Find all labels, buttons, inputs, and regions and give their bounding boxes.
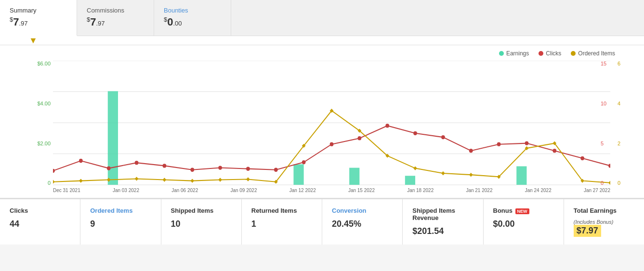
svg-point-28 xyxy=(552,149,556,153)
svg-marker-36 xyxy=(190,179,194,183)
stats-ordered-label: Ordered Items xyxy=(90,207,151,214)
stats-total-sublabel: (Includes Bonus) xyxy=(574,219,634,225)
legend-clicks: Clicks xyxy=(539,50,561,57)
tab-bounties-amount: $0.00 xyxy=(164,16,216,28)
svg-point-21 xyxy=(357,136,361,140)
tab-bounties[interactable]: Bounties $0.00 xyxy=(154,0,231,36)
svg-point-22 xyxy=(385,124,389,128)
svg-point-12 xyxy=(107,167,111,170)
svg-point-24 xyxy=(441,135,445,139)
stats-ordered-items: Ordered Items 9 xyxy=(80,199,161,245)
x-axis-labels: Dec 31 2021 Jan 03 2022 Jan 06 2022 Jan … xyxy=(53,186,610,193)
svg-marker-35 xyxy=(163,178,167,182)
svg-point-15 xyxy=(190,168,194,172)
stats-conversion: Conversion 20.45% xyxy=(322,199,403,245)
svg-marker-34 xyxy=(135,177,139,181)
stats-conversion-label: Conversion xyxy=(332,207,393,214)
chart-container: $6.00 $4.00 $2.00 0 15 10 5 0 6 4 2 0 xyxy=(53,61,610,186)
stats-ordered-value: 9 xyxy=(90,219,151,229)
svg-marker-37 xyxy=(218,178,222,182)
svg-marker-32 xyxy=(79,179,83,183)
svg-rect-9 xyxy=(516,167,526,185)
svg-marker-38 xyxy=(246,178,250,181)
tab-summary-label: Summary xyxy=(10,7,62,14)
svg-point-23 xyxy=(413,131,417,135)
svg-point-27 xyxy=(525,142,529,145)
stats-revenue-value: $201.54 xyxy=(412,226,473,236)
stats-shipped-label: Shipped Items xyxy=(171,207,232,214)
svg-rect-5 xyxy=(108,91,118,185)
tab-arrow: ▼ xyxy=(0,36,644,45)
stats-shipped-revenue: Shipped Items Revenue $201.54 xyxy=(403,199,483,245)
stats-bonus: Bonus NEW $0.00 xyxy=(484,199,564,245)
svg-marker-46 xyxy=(469,173,473,177)
svg-marker-44 xyxy=(413,167,417,170)
stats-bonus-value: $0.00 xyxy=(493,219,554,229)
svg-point-19 xyxy=(302,160,306,164)
svg-rect-6 xyxy=(293,165,303,185)
stats-revenue-label: Shipped Items Revenue xyxy=(412,207,473,221)
stats-clicks-value: 44 xyxy=(10,219,70,229)
tab-commissions-label: Commissions xyxy=(87,7,139,14)
svg-point-11 xyxy=(79,159,83,163)
stats-conversion-value: 20.45% xyxy=(332,219,393,229)
new-badge: NEW xyxy=(515,208,529,214)
stats-clicks-label: Clicks xyxy=(10,207,70,214)
tabs-bar: Summary $7.97 Commissions $7.97 Bounties… xyxy=(0,0,644,36)
tab-bounties-label: Bounties xyxy=(164,7,216,14)
stats-total-earnings: Total Earnings (Includes Bonus) $7.97 xyxy=(564,199,644,245)
tab-commissions[interactable]: Commissions $7.97 xyxy=(77,0,154,36)
chart-area: Earnings Clicks Ordered Items $6.00 $4.0… xyxy=(0,45,644,198)
stats-clicks: Clicks 44 xyxy=(0,199,80,245)
svg-marker-45 xyxy=(441,171,445,175)
chart-legend: Earnings Clicks Ordered Items xyxy=(29,50,634,57)
chart-svg xyxy=(53,61,610,186)
y-axis-right1: 15 10 5 0 xyxy=(601,61,613,186)
svg-point-26 xyxy=(497,142,501,146)
legend-earnings: Earnings xyxy=(499,50,529,57)
stats-shipped-items: Shipped Items 10 xyxy=(161,199,242,245)
svg-point-16 xyxy=(218,166,222,170)
y-axis-left: $6.00 $4.00 $2.00 0 xyxy=(29,61,51,186)
stats-returned-value: 1 xyxy=(251,219,312,229)
svg-point-20 xyxy=(330,142,334,146)
stats-returned-items: Returned Items 1 xyxy=(242,199,322,245)
clicks-dot-icon xyxy=(539,51,543,56)
svg-point-10 xyxy=(53,169,55,173)
stats-table: Clicks 44 Ordered Items 9 Shipped Items … xyxy=(0,198,644,245)
svg-point-25 xyxy=(469,149,473,153)
stats-shipped-value: 10 xyxy=(171,219,232,229)
stats-total-label: Total Earnings xyxy=(574,207,634,214)
svg-rect-8 xyxy=(405,176,415,185)
svg-marker-31 xyxy=(53,180,55,184)
legend-ordered-items: Ordered Items xyxy=(571,50,615,57)
svg-point-13 xyxy=(135,161,139,165)
svg-point-18 xyxy=(274,168,278,172)
tab-summary-amount: $7.97 xyxy=(10,16,62,28)
y-axis-right2: 6 4 2 0 xyxy=(618,61,627,186)
stats-total-value: $7.97 xyxy=(574,225,601,237)
svg-rect-7 xyxy=(349,168,359,185)
tab-summary[interactable]: Summary $7.97 xyxy=(0,0,77,36)
stats-bonus-label: Bonus NEW xyxy=(493,207,554,214)
svg-point-29 xyxy=(580,156,584,160)
svg-point-14 xyxy=(163,164,167,168)
tab-commissions-amount: $7.97 xyxy=(87,16,139,28)
svg-point-17 xyxy=(246,167,250,171)
earnings-dot-icon xyxy=(499,51,504,56)
ordered-items-dot-icon xyxy=(571,51,576,56)
stats-returned-label: Returned Items xyxy=(251,207,312,214)
